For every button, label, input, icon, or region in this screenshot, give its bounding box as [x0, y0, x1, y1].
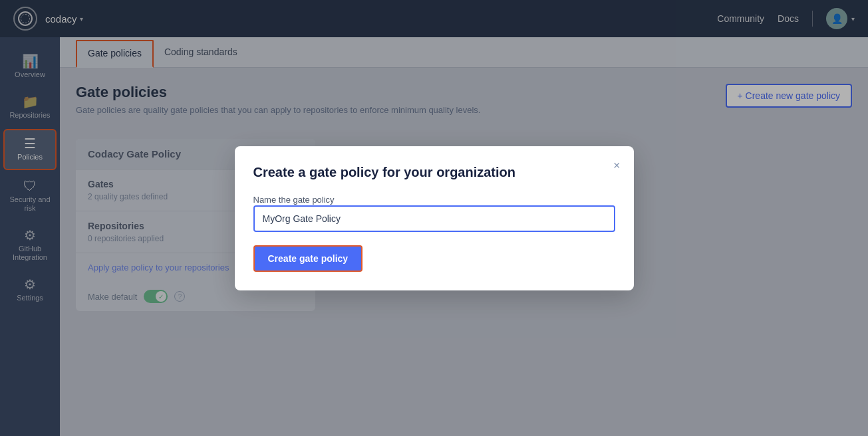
- gate-policy-name-input[interactable]: [253, 205, 615, 232]
- create-gate-policy-submit-button[interactable]: Create gate policy: [253, 245, 363, 272]
- modal-close-button[interactable]: ×: [613, 160, 621, 171]
- modal: Create a gate policy for your organizati…: [235, 146, 634, 290]
- modal-overlay[interactable]: Create a gate policy for your organizati…: [0, 0, 868, 436]
- modal-title: Create a gate policy for your organizati…: [253, 165, 615, 180]
- modal-field-label: Name the gate policy: [253, 195, 335, 205]
